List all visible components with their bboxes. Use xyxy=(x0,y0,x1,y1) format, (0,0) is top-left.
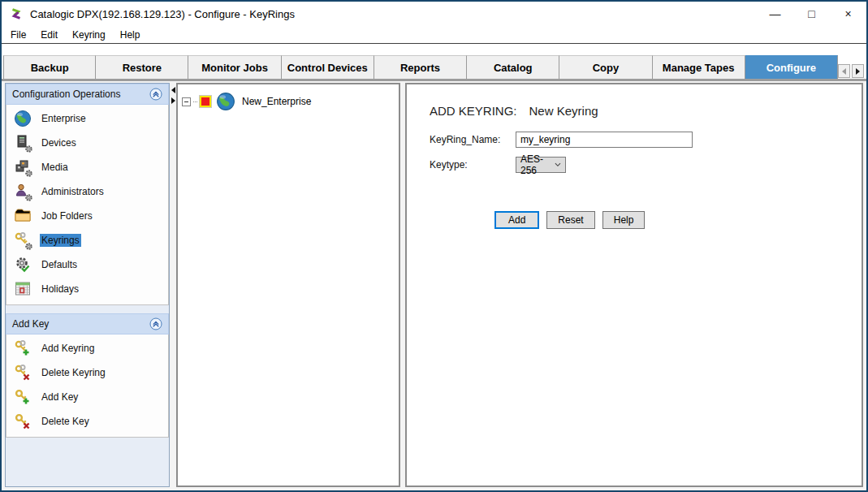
sidebar-item-administrators[interactable]: Administrators xyxy=(6,179,168,204)
sidebar-splitter[interactable] xyxy=(170,83,176,487)
tab-scroll-left-icon[interactable] xyxy=(838,64,850,78)
keyring-name-label: KeyRing_Name: xyxy=(430,134,516,145)
keys-delete-icon xyxy=(14,364,32,382)
main-content: Configuration Operations Enterpr xyxy=(2,81,866,490)
sidebar-item-label: Delete Keyring xyxy=(40,366,107,379)
sidebar-list-add-key: Add Keyring Delete Keyring xyxy=(6,334,169,438)
close-icon[interactable]: × xyxy=(830,2,866,26)
sidebar-item-label: Defaults xyxy=(40,258,79,271)
sidebar-item-label: Keyrings xyxy=(40,234,81,247)
person-gear-icon xyxy=(14,183,32,201)
keytype-selected-value: AES-256 xyxy=(520,153,555,176)
sidebar-item-add-keyring[interactable]: Add Keyring xyxy=(6,336,168,360)
tab-scroll-right-icon[interactable] xyxy=(852,64,864,78)
tree-node-label: New_Enterprise xyxy=(242,96,311,107)
keytype-label: Keytype: xyxy=(430,159,516,170)
folder-icon xyxy=(14,207,32,225)
enterprise-tree-panel: New_Enterprise xyxy=(176,83,400,487)
keys-plus-icon xyxy=(14,339,32,357)
help-button[interactable]: Help xyxy=(602,211,646,229)
maximize-icon[interactable]: □ xyxy=(793,2,830,26)
section-title: Add Key xyxy=(12,318,49,330)
sidebar-item-label: Add Key xyxy=(40,391,80,404)
catalogic-logo-icon xyxy=(9,6,24,21)
tab-strip: Backup Restore Monitor Jobs Control Devi… xyxy=(2,44,866,81)
sidebar-item-label: Job Folders xyxy=(40,209,94,222)
sidebar-item-label: Devices xyxy=(40,136,78,149)
form-heading-value: New Keyring xyxy=(529,104,598,118)
reset-button[interactable]: Reset xyxy=(546,211,594,229)
form-heading-label: ADD KEYRING: xyxy=(430,104,517,118)
sidebar-gap xyxy=(6,305,169,313)
key-plus-icon xyxy=(14,388,32,406)
chevron-double-up-icon[interactable] xyxy=(149,88,162,101)
form-buttons: Add Reset Help xyxy=(494,211,853,229)
sidebar-item-label: Add Keyring xyxy=(40,342,96,355)
add-keyring-form-panel: ADD KEYRING:New Keyring KeyRing_Name: Ke… xyxy=(405,83,863,487)
sidebar-item-label: Administrators xyxy=(40,185,106,198)
keyring-name-input[interactable] xyxy=(516,132,693,148)
sidebar: Configuration Operations Enterpr xyxy=(5,83,170,487)
server-gear-icon xyxy=(14,134,32,152)
sidebar-list-configuration: Enterprise Devices xyxy=(6,105,169,305)
sidebar-item-defaults[interactable]: Defaults xyxy=(6,252,168,277)
sidebar-section-add-key[interactable]: Add Key xyxy=(6,313,169,334)
tab-restore[interactable]: Restore xyxy=(96,55,188,79)
menu-keyring[interactable]: Keyring xyxy=(65,28,113,42)
sidebar-item-media[interactable]: Media xyxy=(6,155,168,179)
minimize-icon[interactable]: — xyxy=(757,2,793,26)
menu-help[interactable]: Help xyxy=(113,28,148,42)
keytype-row: Keytype: AES-256 xyxy=(430,157,853,173)
splitter-collapse-left-icon[interactable] xyxy=(171,87,175,93)
tab-monitor-jobs[interactable]: Monitor Jobs xyxy=(188,55,281,79)
menu-edit[interactable]: Edit xyxy=(33,28,65,42)
sidebar-item-job-folders[interactable]: Job Folders xyxy=(6,204,168,228)
tab-catalog[interactable]: Catalog xyxy=(467,55,559,79)
tab-reports[interactable]: Reports xyxy=(374,55,467,79)
tab-manage-tapes[interactable]: Manage Tapes xyxy=(653,55,745,79)
tree-checkbox-selected[interactable] xyxy=(200,96,211,107)
sidebar-section-configuration-operations[interactable]: Configuration Operations xyxy=(6,84,169,105)
media-gear-icon xyxy=(14,158,32,176)
window-controls: — □ × xyxy=(757,2,866,26)
sidebar-item-label: Holidays xyxy=(40,283,80,296)
tab-backup[interactable]: Backup xyxy=(3,55,96,79)
form-heading: ADD KEYRING:New Keyring xyxy=(430,104,853,118)
keyring-name-row: KeyRing_Name: xyxy=(430,132,853,148)
sidebar-item-holidays[interactable]: Holidays xyxy=(6,277,168,301)
app-window: Catalogic DPX(192.168.129.123) - Configu… xyxy=(0,0,868,492)
sidebar-item-label: Delete Key xyxy=(40,415,91,428)
sidebar-item-keyrings[interactable]: Keyrings xyxy=(6,228,168,252)
chevron-double-up-icon[interactable] xyxy=(149,317,162,330)
tab-scroll-controls xyxy=(838,64,864,78)
tree-node-new-enterprise[interactable]: New_Enterprise xyxy=(182,92,395,111)
add-button[interactable]: Add xyxy=(494,211,539,229)
title-bar: Catalogic DPX(192.168.129.123) - Configu… xyxy=(2,2,866,26)
sidebar-item-delete-keyring[interactable]: Delete Keyring xyxy=(6,360,168,385)
tab-configure[interactable]: Configure xyxy=(745,55,838,79)
keys-gear-icon xyxy=(14,231,32,249)
splitter-collapse-right-icon[interactable] xyxy=(171,97,175,104)
tree-connector xyxy=(193,101,197,102)
calendar-icon xyxy=(14,280,32,298)
sidebar-item-devices[interactable]: Devices xyxy=(6,131,168,155)
gear-check-icon xyxy=(14,256,32,274)
section-title: Configuration Operations xyxy=(12,88,120,100)
globe-icon xyxy=(14,110,32,127)
sidebar-item-add-key[interactable]: Add Key xyxy=(6,385,168,409)
sidebar-item-label: Media xyxy=(40,161,70,174)
globe-icon xyxy=(216,92,235,111)
sidebar-item-delete-key[interactable]: Delete Key xyxy=(6,409,168,434)
sidebar-item-enterprise[interactable]: Enterprise xyxy=(6,106,168,131)
tab-control-devices[interactable]: Control Devices xyxy=(282,55,374,79)
tab-copy[interactable]: Copy xyxy=(559,55,652,79)
key-delete-icon xyxy=(14,412,32,430)
keytype-select[interactable]: AES-256 xyxy=(516,157,566,173)
menu-file[interactable]: File xyxy=(3,28,33,42)
sidebar-item-label: Enterprise xyxy=(40,112,88,125)
tree-collapse-icon[interactable] xyxy=(182,97,191,106)
window-title: Catalogic DPX(192.168.129.123) - Configu… xyxy=(30,8,295,20)
menu-bar: File Edit Keyring Help xyxy=(2,26,866,44)
chevron-down-icon xyxy=(555,162,561,167)
